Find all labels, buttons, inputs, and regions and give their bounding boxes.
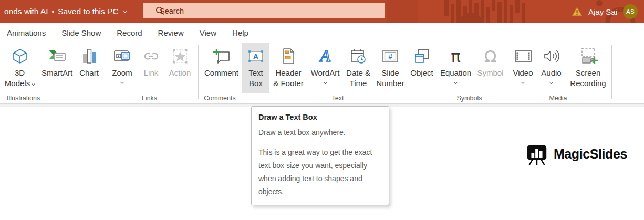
3d-models-label-line2: Models	[5, 79, 30, 88]
tab-help[interactable]: Help	[224, 23, 256, 42]
equation-chevron-down-icon	[454, 80, 458, 84]
slide-number-label-line2: Number	[376, 79, 404, 88]
warning-icon[interactable]	[572, 7, 583, 17]
document-title: onds with AI • Saved to this PC	[4, 0, 127, 23]
group-label-comments: Comments	[199, 95, 241, 102]
action-label: Action	[169, 68, 191, 78]
3d-models-label-line1: 3D	[15, 68, 25, 77]
search-input[interactable]: Search	[143, 3, 385, 18]
ribbon-group-media: Video Audio	[507, 42, 612, 103]
audio-label: Audio	[541, 68, 561, 78]
equation-button[interactable]: π Equation	[437, 43, 475, 93]
text-box-button[interactable]: A Text Box	[242, 43, 269, 93]
zoom-button[interactable]: Zoom	[107, 43, 138, 93]
ribbon-group-text: A Text Box	[244, 42, 434, 103]
slide-canvas-area: Draw a Text Box Draw a text box anywhere…	[0, 104, 644, 219]
comment-button[interactable]: Comment	[201, 43, 243, 93]
magicslides-easel-icon	[525, 142, 549, 166]
ribbon-tab-bar: Animations Slide Show Record Review View…	[0, 23, 644, 42]
wordart-button[interactable]: A WordArt	[307, 43, 343, 93]
link-button[interactable]: Link	[138, 43, 165, 93]
title-separator-dot: •	[52, 8, 55, 16]
user-name[interactable]: Ajay Sai	[588, 7, 617, 16]
header-footer-icon	[282, 46, 295, 66]
tab-record[interactable]: Record	[109, 23, 150, 42]
search-icon	[155, 6, 164, 15]
svg-text:A: A	[319, 47, 330, 65]
wordart-label: WordArt	[311, 68, 340, 78]
object-icon	[414, 46, 430, 66]
smartart-label: SmartArt	[41, 68, 72, 78]
group-label-links: Links	[103, 95, 195, 102]
link-label: Link	[144, 68, 159, 78]
zoom-chevron-down-icon	[120, 80, 124, 84]
audio-speaker-icon	[543, 46, 560, 66]
header-footer-label-line1: Header	[275, 68, 301, 77]
group-label-illustrations: Illustrations	[0, 95, 100, 102]
slide-number-label-line1: Slide	[381, 68, 399, 77]
chart-button[interactable]: Chart	[76, 43, 102, 93]
text-box-tooltip: Draw a Text Box Draw a text box anywhere…	[251, 106, 389, 205]
video-chevron-down-icon	[521, 80, 525, 84]
video-filmstrip-icon	[514, 46, 532, 66]
ribbon-group-links: Zoom Link	[103, 42, 199, 103]
save-status[interactable]: Saved to this PC	[58, 7, 118, 16]
slide-number-button[interactable]: # Slide Number	[373, 43, 407, 93]
avatar[interactable]: AS	[623, 4, 638, 19]
bar-chart-icon	[81, 46, 97, 66]
screen-recording-label-line2: Recording	[570, 79, 606, 88]
3d-models-chevron-down-icon	[32, 82, 35, 86]
audio-button[interactable]: Audio	[537, 43, 566, 93]
slide-number-icon: #	[381, 46, 399, 66]
date-time-label-line1: Date &	[346, 68, 370, 77]
comment-label: Comment	[204, 68, 238, 78]
zoom-slides-icon	[113, 46, 131, 66]
object-button[interactable]: Object	[407, 43, 437, 93]
tab-animations[interactable]: Animations	[7, 23, 54, 42]
ribbon-group-comments: Comment Comments	[199, 42, 244, 103]
svg-text:A: A	[253, 52, 259, 61]
tab-slide-show[interactable]: Slide Show	[54, 23, 109, 42]
group-label-text: Text	[244, 95, 431, 102]
account-area: Ajay Sai AS	[572, 0, 638, 23]
tooltip-body-line1: Draw a text box anywhere.	[258, 126, 382, 139]
calendar-clock-icon	[350, 46, 367, 66]
new-comment-icon	[212, 46, 231, 66]
ribbon-empty-space	[612, 42, 644, 103]
video-label: Video	[513, 68, 533, 78]
screen-recording-button[interactable]: Screen Recording	[566, 43, 611, 93]
ribbon-insert-contents: 3D Models SmartArt	[0, 42, 644, 104]
group-label-media: Media	[507, 95, 609, 102]
text-box-label-line1: Text	[248, 68, 263, 77]
3d-models-button[interactable]: 3D Models	[2, 43, 38, 93]
audio-chevron-down-icon	[549, 80, 553, 84]
save-status-chevron-down-icon[interactable]	[122, 8, 127, 13]
magicslides-wordmark: MagicSlides	[554, 146, 627, 162]
symbol-label: Symbol	[477, 68, 503, 78]
ribbon-group-illustrations: 3D Models SmartArt	[0, 42, 103, 103]
3d-cube-icon	[12, 46, 28, 66]
smartart-icon	[48, 46, 66, 66]
omega-symbol-icon: Ω	[484, 46, 497, 66]
object-label: Object	[410, 68, 433, 78]
pi-equation-icon: π	[451, 46, 461, 66]
video-button[interactable]: Video	[509, 43, 537, 93]
equation-label: Equation	[440, 68, 471, 78]
tooltip-body-line2: This is a great way to get the exact tex…	[258, 146, 382, 198]
screen-recording-label-line1: Screen	[576, 68, 601, 77]
ribbon-group-symbols: π Equation Ω Symbol Symbols	[434, 42, 507, 103]
document-title-text: onds with AI	[4, 7, 48, 16]
smartart-button[interactable]: SmartArt	[38, 43, 76, 93]
tooltip-title: Draw a Text Box	[258, 113, 382, 121]
chart-label: Chart	[79, 68, 99, 78]
svg-text:#: #	[388, 53, 392, 60]
tab-review[interactable]: Review	[150, 23, 192, 42]
link-icon	[143, 46, 160, 66]
date-time-label-line2: Time	[350, 79, 367, 88]
tab-view[interactable]: View	[192, 23, 224, 42]
title-bar: onds with AI • Saved to this PC Search A…	[0, 0, 644, 23]
action-button[interactable]: Action	[165, 43, 195, 93]
header-footer-button[interactable]: Header & Footer	[269, 43, 307, 93]
date-time-button[interactable]: Date & Time	[343, 43, 373, 93]
symbol-button[interactable]: Ω Symbol	[475, 43, 506, 93]
